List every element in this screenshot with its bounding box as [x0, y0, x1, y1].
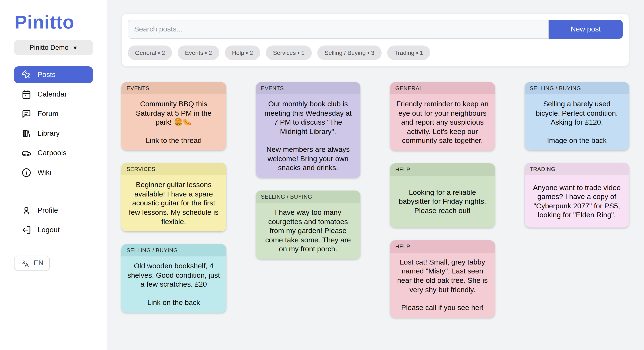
board-column-2: EVENTS Our monthly book club is meeting … [256, 82, 360, 259]
post-text: Image on the back [530, 136, 623, 145]
search-panel: New post General • 2 Events • 2 Help • 2… [122, 13, 629, 67]
sidebar-item-profile[interactable]: Profile [14, 202, 93, 219]
sidebar-item-calendar[interactable]: Calendar [14, 86, 93, 103]
language-button[interactable]: EN [14, 256, 50, 271]
user-icon [22, 206, 31, 215]
main-content: New post General • 2 Events • 2 Help • 2… [107, 0, 644, 350]
post-body: Community BBQ this Saturday at 5 PM in t… [122, 94, 226, 150]
posts-board: EVENTS Community BBQ this Saturday at 5 … [122, 82, 629, 318]
post-category-label: EVENTS [256, 82, 360, 94]
post-card[interactable]: EVENTS Community BBQ this Saturday at 5 … [122, 82, 226, 150]
sidebar-nav: Posts Calendar Forum Library [14, 66, 93, 181]
post-card[interactable]: SELLING / BUYING I have way too many cou… [256, 190, 360, 259]
post-card[interactable]: TRADING Anyone want to trade video games… [524, 163, 629, 228]
filter-chip-services[interactable]: Services • 1 [266, 45, 312, 60]
search-input[interactable] [128, 20, 548, 39]
post-text: Link to the thread [127, 136, 220, 145]
sidebar-item-library[interactable]: Library [14, 125, 93, 142]
post-category-label: SELLING / BUYING [524, 82, 629, 94]
post-card[interactable]: SELLING / BUYING Selling a barely used b… [524, 82, 629, 150]
logout-icon [22, 225, 31, 235]
post-category-label: SERVICES [122, 163, 226, 175]
filter-chip-general[interactable]: General • 2 [128, 45, 172, 60]
translate-icon [20, 259, 30, 268]
sidebar: Pinitto Pinitto Demo ▼ Posts Calendar [0, 0, 107, 350]
sidebar-item-label: Posts [38, 71, 56, 79]
workspace-label: Pinitto Demo [30, 44, 68, 51]
post-category-label: HELP [390, 240, 495, 253]
language-label: EN [34, 259, 44, 268]
post-body: Friendly reminder to keep an eye out for… [390, 94, 495, 151]
new-post-button[interactable]: New post [548, 20, 623, 39]
sidebar-item-wiki[interactable]: Wiki [14, 164, 93, 181]
post-text: Looking for a reliable babysitter for Fr… [396, 188, 489, 215]
post-text: Our monthly book club is meeting this We… [262, 100, 354, 136]
chevron-down-icon: ▼ [72, 44, 78, 51]
post-text: Beginner guitar lessons available! I hav… [127, 180, 220, 226]
post-card[interactable]: HELP Lost cat! Small, grey tabby named "… [390, 240, 495, 318]
post-text: Lost cat! Small, grey tabby named "Misty… [396, 258, 489, 295]
post-body: Selling a barely used bicycle. Perfect c… [524, 94, 629, 150]
post-body: Looking for a reliable babysitter for Fr… [390, 176, 495, 227]
books-icon [22, 129, 31, 138]
post-category-label: EVENTS [122, 82, 226, 94]
post-card[interactable]: EVENTS Our monthly book club is meeting … [256, 82, 360, 178]
sidebar-item-label: Library [38, 129, 60, 138]
post-text: Friendly reminder to keep an eye out for… [396, 100, 489, 146]
post-body: Beginner guitar lessons available! I hav… [122, 175, 226, 232]
post-card[interactable]: SELLING / BUYING Old wooden bookshelf, 4… [122, 244, 226, 312]
sidebar-item-forum[interactable]: Forum [14, 105, 93, 123]
post-category-label: HELP [390, 163, 495, 176]
sidebar-item-label: Wiki [38, 169, 51, 177]
car-icon [22, 149, 31, 158]
filter-chip-help[interactable]: Help • 2 [225, 45, 260, 60]
sidebar-account-nav: Profile Logout [14, 202, 93, 239]
post-card[interactable]: HELP Looking for a reliable babysitter f… [390, 163, 495, 227]
filter-chip-trading[interactable]: Trading • 1 [387, 45, 430, 60]
sidebar-divider [10, 189, 97, 189]
filter-chip-selling-buying[interactable]: Selling / Buying • 3 [317, 45, 382, 60]
post-card[interactable]: SERVICES Beginner guitar lessons availab… [122, 163, 226, 232]
sidebar-item-posts[interactable]: Posts [14, 66, 93, 83]
search-row: New post [128, 20, 623, 39]
post-text: Old wooden bookshelf, 4 shelves. Good co… [127, 262, 220, 289]
sidebar-item-label: Calendar [38, 90, 67, 99]
sidebar-item-label: Forum [38, 110, 58, 118]
post-body: Lost cat! Small, grey tabby named "Misty… [390, 253, 495, 318]
sidebar-item-carpools[interactable]: Carpools [14, 145, 93, 162]
post-text: Link on the back [127, 298, 220, 307]
post-text: New members are always welcome! Bring yo… [262, 145, 354, 173]
sidebar-item-logout[interactable]: Logout [14, 222, 93, 239]
post-body: Our monthly book club is meeting this We… [256, 94, 360, 178]
filter-chip-events[interactable]: Events • 2 [178, 45, 219, 60]
post-body: I have way too many courgettes and tomat… [256, 203, 360, 259]
board-column-1: EVENTS Community BBQ this Saturday at 5 … [122, 82, 226, 312]
post-text: I have way too many courgettes and tomat… [262, 208, 354, 254]
post-body: Anyone want to trade video games? I have… [524, 175, 629, 228]
post-text: Please call if you see her! [396, 303, 489, 312]
post-text: Anyone want to trade video games? I have… [530, 183, 623, 220]
post-category-label: TRADING [524, 163, 629, 175]
info-circle-icon [22, 168, 31, 177]
sidebar-item-label: Carpools [38, 149, 66, 157]
board-column-4: SELLING / BUYING Selling a barely used b… [524, 82, 629, 228]
post-card[interactable]: GENERAL Friendly reminder to keep an eye… [390, 82, 495, 151]
post-category-label: GENERAL [390, 82, 495, 94]
post-category-label: SELLING / BUYING [122, 244, 226, 256]
pin-icon [22, 70, 31, 80]
post-body: Old wooden bookshelf, 4 shelves. Good co… [122, 256, 226, 312]
app-logo: Pinitto [14, 13, 107, 31]
post-text: Selling a barely used bicycle. Perfect c… [530, 100, 623, 127]
workspace-selector[interactable]: Pinitto Demo ▼ [14, 40, 93, 55]
filter-chips: General • 2 Events • 2 Help • 2 Services… [128, 45, 623, 60]
sidebar-item-label: Logout [38, 226, 60, 234]
post-category-label: SELLING / BUYING [256, 190, 360, 203]
calendar-icon [22, 90, 31, 99]
board-column-3: GENERAL Friendly reminder to keep an eye… [390, 82, 495, 318]
post-text: Community BBQ this Saturday at 5 PM in t… [127, 100, 220, 127]
sidebar-item-label: Profile [38, 206, 58, 215]
app: Pinitto Pinitto Demo ▼ Posts Calendar [0, 0, 644, 350]
speech-bubble-icon [22, 109, 31, 119]
